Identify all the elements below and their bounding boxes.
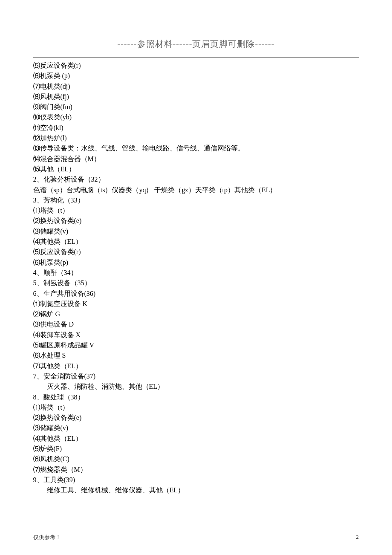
body-line: ⑹机泵类(p) [33,257,359,268]
body-line: ⑵换热设备类(e) [33,216,359,226]
body-line: ⑵换热设备类(e) [33,413,359,423]
body-line: ⒁混合器混合器（M） [33,154,359,164]
body-line: ⒂其他（EL） [33,164,359,174]
body-line: ⑺电机类(dj) [33,81,359,92]
body-line: ⑷其他类（EL） [33,237,359,247]
body-line: ⑴塔类（t） [33,402,359,413]
body-line: ⑵锅炉 G [33,309,359,319]
body-line: ⑸罐区原料成品罐 V [33,340,359,350]
body-line: ⑺其他类（EL） [33,361,359,371]
body-line: ⑷其他类（EL） [33,434,359,444]
body-line: ⑹水处理 S [33,350,359,361]
body-line: ⑷装卸车设备 X [33,330,359,340]
body-line: ⑹机泵类 (p) [33,71,359,81]
body-line: ⑻风机类(fj) [33,92,359,102]
body-line: ⑸反应设备类(r) [33,247,359,257]
body-line: ⑴塔类（t） [33,205,359,216]
header-text: ------参照材料------页眉页脚可删除------ [118,39,275,49]
body-line: ⑸炉类(F) [33,444,359,454]
body-line: 8、酸处理（38） [33,392,359,402]
body-line: ⑽仪表类(yb) [33,112,359,122]
body-line: ⑸反应设备类(r) [33,61,359,71]
body-line: ⑾空冷(kl) [33,123,359,133]
body-line: ⑶储罐类(v) [33,226,359,237]
body-line: ⑺燃烧器类（M） [33,465,359,475]
document-body: ⑸反应设备类(r) ⑹机泵类 (p) ⑺电机类(dj) ⑻风机类(fj) ⑼阀门… [33,58,359,495]
body-line: 6、生产共用设备(36) [33,289,359,299]
body-line: 维修工具、维修机械、维修仪器、其他（EL） [33,485,359,495]
body-line: 9、工具类(39) [33,475,359,485]
body-line: ⑴制氮空压设备 K [33,299,359,309]
body-line: 3、芳构化（33） [33,195,359,205]
body-line: 2、化验分析设备（32） [33,174,359,185]
body-line: ⑶供电设备 D [33,319,359,330]
body-line: ⑼阀门类(fm) [33,102,359,112]
body-line: 灭火器、消防栓、消防炮、其他（EL） [33,382,359,392]
body-line: ⑿加热炉(l) [33,133,359,143]
page-header: ------参照材料------页眉页脚可删除------ [0,0,392,54]
body-line: ⑹风机类(C) [33,454,359,464]
body-line: 色谱（sp）台式电脑（ts）仪器类（yq） 干燥类（gz）天平类（tp）其他类（… [33,185,359,195]
page-number: 2 [356,534,359,541]
body-line: ⒀传导设备类：水线、气线、管线、输电线路、信号线、通信网络等。 [33,143,359,153]
body-line: ⑶储罐类(v) [33,423,359,433]
footer-note: 仅供参考！ [33,534,61,541]
body-line: 7、安全消防设备(37) [33,371,359,382]
body-line: 4、顺酐（34） [33,268,359,278]
body-line: 5、制氢设备（35） [33,278,359,288]
